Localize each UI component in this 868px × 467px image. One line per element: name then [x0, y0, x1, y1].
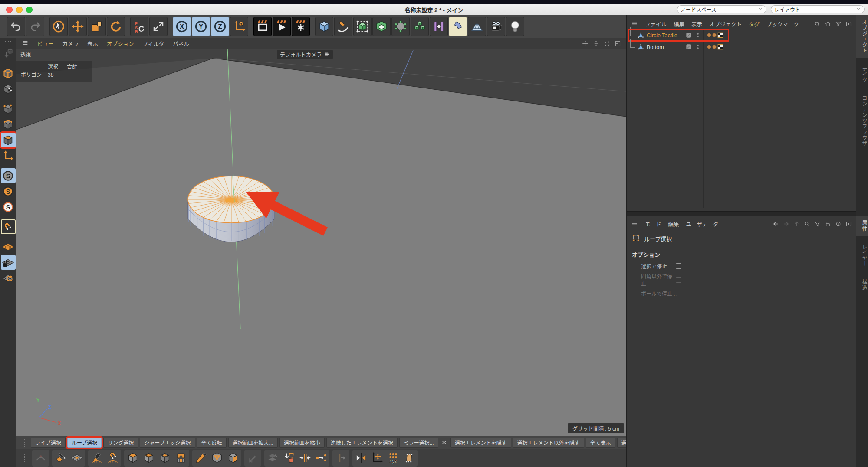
field-button[interactable] — [449, 17, 467, 36]
cage-deform-button[interactable] — [401, 450, 417, 466]
deformer-button[interactable] — [391, 17, 410, 36]
command-button[interactable]: 選択範囲を記録 — [617, 438, 626, 448]
paint-tool-button[interactable] — [245, 450, 261, 466]
menu-オプション[interactable]: オプション — [107, 39, 134, 48]
render-settings-button[interactable] — [292, 17, 310, 36]
render-view-button[interactable] — [253, 17, 272, 36]
texture-mode-button[interactable] — [1, 82, 16, 96]
z-lock-button[interactable]: Z — [211, 17, 229, 36]
mirror-options-gear-icon[interactable] — [440, 438, 449, 447]
add-panel-icon[interactable] — [845, 221, 852, 227]
dots-icon[interactable] — [694, 32, 701, 39]
x-lock-button[interactable]: X — [173, 17, 191, 36]
menu-フィルタ[interactable]: フィルタ — [143, 39, 164, 48]
filter-icon[interactable] — [814, 221, 821, 227]
menu-ユーザデータ[interactable]: ユーザデータ — [686, 220, 719, 228]
menu-タグ[interactable]: タグ — [749, 20, 760, 28]
extrude-button[interactable] — [125, 450, 141, 466]
command-button[interactable]: 選択エレメントを隠す — [450, 438, 511, 448]
plane-cut-button[interactable] — [265, 450, 281, 466]
camera-button[interactable] — [487, 17, 505, 36]
coord-swap-button[interactable] — [149, 17, 168, 36]
bridge-tool-button[interactable] — [173, 450, 189, 466]
tab-テイク[interactable]: テイク — [856, 61, 868, 88]
palette-drag-handle[interactable] — [23, 454, 26, 462]
workplane-axis-button[interactable] — [230, 17, 248, 36]
command-button[interactable]: 全て反転 — [197, 438, 227, 448]
tab-構造[interactable]: 構造 — [856, 274, 868, 295]
xyz-snap-button[interactable]: xyz — [385, 450, 401, 466]
slash-box-icon[interactable] — [685, 32, 692, 39]
command-button[interactable]: リング選択 — [103, 438, 138, 448]
checkbox[interactable] — [676, 263, 681, 269]
lock-icon[interactable] — [825, 221, 831, 227]
dolly-icon[interactable] — [593, 40, 599, 47]
psr-button[interactable]: PSR — [130, 17, 148, 36]
floor-grid-button[interactable] — [468, 17, 486, 36]
smooth-shift-button[interactable] — [209, 450, 225, 466]
back-arrow-icon[interactable] — [773, 221, 779, 227]
command-button[interactable]: 選択範囲を拡大... — [228, 438, 278, 448]
redo-button[interactable] — [26, 17, 44, 36]
volume-button[interactable] — [411, 17, 429, 36]
filter-icon[interactable] — [835, 21, 842, 27]
edge-mode-button[interactable] — [1, 117, 16, 132]
menu-ブックマーク[interactable]: ブックマーク — [766, 20, 799, 28]
magnet-tool-button[interactable] — [105, 450, 121, 466]
normal-move-button[interactable] — [225, 450, 241, 466]
brush-tool-button[interactable] — [89, 450, 105, 466]
uvw-tag-icon[interactable] — [717, 32, 724, 39]
command-button[interactable]: 選択エレメント以外を隠す — [513, 438, 584, 448]
home-icon[interactable] — [825, 21, 831, 27]
dots-icon[interactable] — [694, 43, 701, 50]
polygon-pen-button[interactable] — [53, 450, 69, 466]
add-panel-icon[interactable] — [845, 21, 852, 27]
layout-select[interactable]: レイアウト — [771, 5, 865, 13]
menu-オブジェクト[interactable]: オブジェクト — [709, 20, 742, 28]
generator-button[interactable] — [372, 17, 391, 36]
point-mode-button[interactable] — [1, 101, 16, 116]
menu-編集[interactable]: 編集 — [674, 20, 684, 28]
lock-workplane-button[interactable] — [1, 255, 16, 270]
command-button[interactable]: ミラー選択... — [399, 438, 438, 448]
menu-ビュー[interactable]: ビュー — [37, 39, 54, 48]
scatter-tool-button[interactable] — [313, 450, 329, 466]
palette-drag-handle[interactable] — [4, 41, 12, 43]
make-editable-button[interactable] — [1, 46, 16, 61]
menu-ファイル[interactable]: ファイル — [645, 20, 667, 28]
exchange-button[interactable] — [430, 17, 448, 36]
undo-button[interactable] — [7, 17, 25, 36]
axis-mode-button[interactable] — [1, 148, 16, 163]
light-button[interactable] — [506, 17, 524, 36]
mirror-tool-button[interactable] — [353, 450, 369, 466]
tab-レイヤー[interactable]: レイヤー — [856, 239, 868, 271]
command-button[interactable]: 全て表示 — [586, 438, 615, 448]
tab-属性[interactable]: 属性 — [856, 216, 868, 236]
slide-tool-button[interactable] — [333, 450, 349, 466]
y-lock-button[interactable]: Y — [192, 17, 210, 36]
knife-tool-button[interactable] — [193, 450, 209, 466]
hamburger-icon[interactable] — [631, 220, 638, 228]
menu-モード[interactable]: モード — [645, 220, 661, 228]
render-button[interactable] — [273, 17, 291, 36]
search-icon[interactable] — [804, 221, 810, 227]
maximize-icon[interactable] — [615, 40, 621, 47]
tab-コンテンツブラウザ[interactable]: コンテンツブラウザ — [856, 91, 868, 151]
subdivision-button[interactable] — [353, 17, 372, 36]
command-button[interactable]: 選択範囲を縮小 — [279, 438, 325, 448]
command-button[interactable]: 連続したエレメントを選択 — [326, 438, 398, 448]
command-button[interactable]: ループ選択 — [67, 438, 102, 448]
slash-box-icon[interactable] — [685, 43, 692, 50]
menu-編集[interactable]: 編集 — [668, 220, 679, 228]
target-icon[interactable] — [835, 221, 842, 227]
arc-tool-button[interactable] — [33, 450, 49, 466]
pan-icon[interactable] — [582, 40, 589, 47]
tessellate-button[interactable] — [69, 450, 85, 466]
model-mode-button[interactable] — [1, 66, 16, 81]
workplane-button[interactable] — [1, 239, 16, 254]
palette-drag-handle[interactable] — [23, 438, 26, 447]
snap-toggle-button[interactable]: S — [1, 168, 16, 183]
tab-オブジェクト[interactable]: オブジェクト — [856, 15, 868, 58]
live-selection-button[interactable] — [49, 17, 68, 36]
rotate-button[interactable] — [107, 17, 125, 36]
